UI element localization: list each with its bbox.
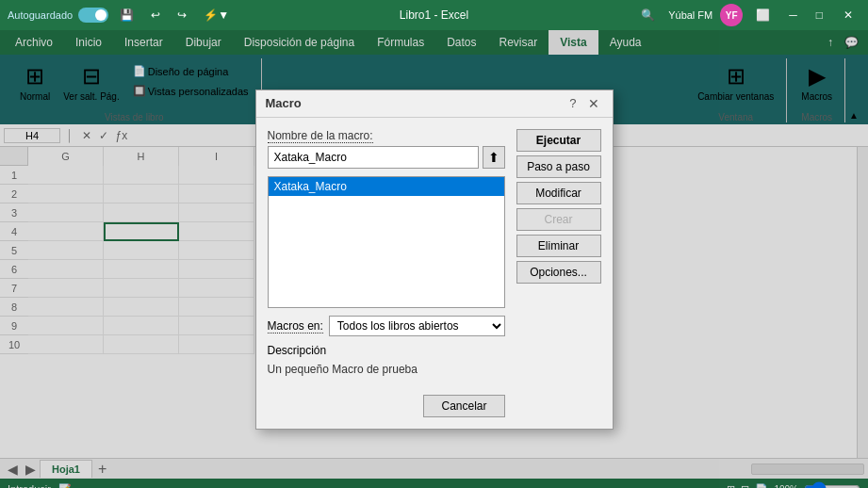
nombre-label-text: Nombre de la macro: <box>268 129 373 143</box>
user-name: Yúbal FM <box>668 9 712 21</box>
modal-title: Macro <box>266 96 302 110</box>
app-title: Libro1 - Excel <box>294 8 575 22</box>
modal-close-button[interactable]: ✕ <box>584 96 603 111</box>
descripcion-label-text: Descripción <box>268 344 327 357</box>
modal-inner: Nombre de la macro: ⬆ Xataka_Macro Macro… <box>256 118 613 429</box>
modificar-button[interactable]: Modificar <box>516 182 601 204</box>
search-button[interactable]: 🔍 <box>635 7 661 24</box>
maximize-button[interactable]: □ <box>811 7 828 24</box>
avatar-initials: YF <box>726 10 738 21</box>
opciones-label: Opciones... <box>530 266 587 279</box>
cancelar-button[interactable]: Cancelar <box>423 395 504 417</box>
paso-a-paso-button[interactable]: Paso a paso <box>516 155 601 178</box>
descripcion-text: Un pequeño Macro de prueba <box>268 361 505 378</box>
undo-button[interactable]: ↩ <box>145 7 166 24</box>
macros-en-row: Macros en: Todos los libros abiertos Est… <box>268 316 505 336</box>
modal-overlay: Macro ? ✕ Nombre de la macro: ⬆ <box>0 30 868 488</box>
autosave-label: Autoguardado <box>8 9 73 21</box>
modal-titlebar: Macro ? ✕ <box>256 90 613 118</box>
modal-main: Nombre de la macro: ⬆ Xataka_Macro Macro… <box>256 118 516 429</box>
nombre-label: Nombre de la macro: <box>268 129 505 142</box>
ribbon-display-button[interactable]: ⬜ <box>750 7 776 24</box>
crear-button[interactable]: Crear <box>516 208 601 231</box>
macro-dialog: Macro ? ✕ Nombre de la macro: ⬆ <box>255 89 614 430</box>
save-button[interactable]: 💾 <box>114 7 139 24</box>
toggle-knob <box>95 9 106 21</box>
macros-en-select[interactable]: Todos los libros abiertos Este libro Lib… <box>329 316 505 336</box>
paso-a-paso-label: Paso a paso <box>527 160 590 173</box>
opciones-button[interactable]: Opciones... <box>516 261 601 284</box>
macro-list[interactable]: Xataka_Macro <box>268 176 505 308</box>
avatar: YF <box>720 4 743 26</box>
close-button[interactable]: ✕ <box>836 7 860 24</box>
macro-list-item-0[interactable]: Xataka_Macro <box>269 177 504 196</box>
title-bar-right: 🔍 Yúbal FM YF ⬜ ─ □ ✕ <box>580 4 860 26</box>
modal-help-button[interactable]: ? <box>565 96 580 111</box>
ejecutar-button[interactable]: Ejecutar <box>516 129 601 152</box>
title-bar: Autoguardado 💾 ↩ ↪ ⚡▼ Libro1 - Excel 🔍 Y… <box>0 0 868 30</box>
descripcion-label: Descripción <box>268 344 505 357</box>
modificar-label: Modificar <box>535 187 581 200</box>
title-bar-left: Autoguardado 💾 ↩ ↪ ⚡▼ <box>8 7 288 24</box>
macro-name-browse-button[interactable]: ⬆ <box>483 146 505 169</box>
macros-en-label: Macros en: <box>268 319 323 333</box>
redo-button[interactable]: ↪ <box>172 7 192 24</box>
modal-body: Nombre de la macro: ⬆ Xataka_Macro Macro… <box>256 118 516 389</box>
eliminar-button[interactable]: Eliminar <box>516 235 601 257</box>
macro-name-input[interactable] <box>268 146 479 169</box>
minimize-button[interactable]: ─ <box>783 7 803 24</box>
macro-item-label: Xataka_Macro <box>274 180 347 193</box>
modal-footer: Cancelar <box>256 389 516 429</box>
macro-name-row: ⬆ <box>268 146 505 169</box>
crear-label: Crear <box>544 213 572 226</box>
cancelar-label: Cancelar <box>441 399 486 413</box>
title-text: Libro1 - Excel <box>400 8 468 22</box>
modal-titlebar-btns: ? ✕ <box>565 96 602 111</box>
macros-en-label-text: Macros en: <box>268 319 323 333</box>
autosave-toggle[interactable] <box>78 8 108 23</box>
ejecutar-label: Ejecutar <box>536 134 581 147</box>
quick-access-button[interactable]: ⚡▼ <box>198 7 235 24</box>
modal-side-buttons: Ejecutar Paso a paso Modificar Crear Eli… <box>516 118 613 429</box>
eliminar-label: Eliminar <box>538 239 579 252</box>
